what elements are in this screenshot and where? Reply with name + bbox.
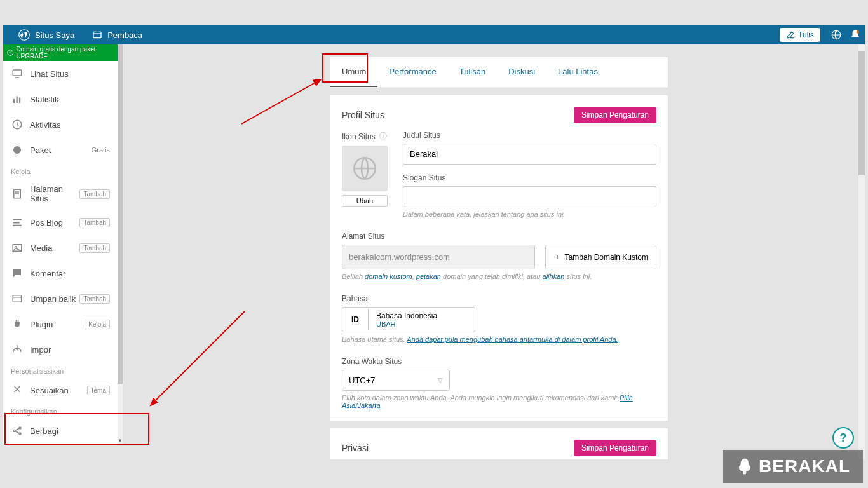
sidebar-item-comments[interactable]: Komentar <box>3 261 118 286</box>
svg-rect-16 <box>13 219 22 220</box>
svg-point-24 <box>19 433 21 435</box>
sidebar-item-label: Media <box>30 243 79 253</box>
plan-icon <box>11 144 24 156</box>
history-icon <box>11 118 24 131</box>
sidebar-item-media[interactable]: MediaTambah <box>3 235 118 261</box>
sidebar-item-stats[interactable]: Statistik <box>3 86 118 112</box>
privacy-heading: Privasi <box>342 443 574 453</box>
tab-performance[interactable]: Performance <box>377 57 447 87</box>
bell-icon <box>850 29 861 41</box>
main-content: Umum Performance Tulisan Diskusi Lalu Li… <box>124 44 865 459</box>
upgrade-banner[interactable]: Domain gratis dengan paket UPGRADE <box>3 44 118 61</box>
add-badge[interactable]: Tambah <box>79 243 110 253</box>
save-settings-button[interactable]: Simpan Pengaturan <box>574 107 656 123</box>
add-badge[interactable]: Tambah <box>79 218 110 227</box>
sidebar-item-feedback[interactable]: Umpan balikTambah <box>3 286 118 311</box>
sidebar-item-pages[interactable]: Halaman SitusTambah <box>3 178 118 210</box>
language-change-link[interactable]: UBAH <box>376 320 437 328</box>
sidebar-item-label: Komentar <box>30 269 110 278</box>
theme-badge[interactable]: Tema <box>87 386 110 395</box>
manage-badge[interactable]: Kelola <box>85 320 110 329</box>
scroll-down-icon[interactable]: ▼ <box>118 437 123 444</box>
plugin-icon <box>11 318 24 330</box>
language-hint: Bahasa utama situs. Anda dapat pula meng… <box>342 336 656 343</box>
info-icon[interactable]: ⓘ <box>379 131 387 142</box>
page-icon <box>11 187 24 200</box>
sidebar-item-label: Aktivitas <box>30 120 110 130</box>
timezone-select[interactable]: UTC+7▽ <box>342 370 450 391</box>
sidebar-item-label: Sesuaikan <box>30 386 87 395</box>
import-icon <box>11 343 24 356</box>
scrollbar-thumb[interactable] <box>118 44 123 384</box>
reader-icon <box>92 30 102 40</box>
svg-rect-21 <box>13 295 22 302</box>
address-label: Alamat Situs <box>342 232 656 241</box>
sidebar-scrollbar[interactable]: ▼ <box>118 44 123 444</box>
settings-tabs: Umum Performance Tulisan Diskusi Lalu Li… <box>330 57 668 88</box>
section-header-config: Konfigurasikan <box>3 403 118 418</box>
language-selector[interactable]: ID Bahasa IndonesiaUBAH <box>342 307 475 332</box>
scrollbar-thumb[interactable] <box>858 51 865 175</box>
globe-button[interactable] <box>827 29 846 41</box>
privacy-panel: Privasi Simpan Pengaturan Umum <box>330 428 668 459</box>
language-label: Bahasa <box>342 294 656 303</box>
feedback-icon <box>11 292 24 305</box>
sidebar-item-plugin[interactable]: PluginKelola <box>3 311 118 337</box>
profile-panel: Profil Situs Simpan Pengaturan Ikon Situ… <box>330 95 668 421</box>
top-bar: Situs Saya Pembaca Tulis <box>3 25 865 44</box>
domain-kustom-link[interactable]: domain kustom <box>365 273 412 280</box>
site-slogan-input[interactable] <box>403 186 656 207</box>
sidebar-item-label: Paket <box>30 146 92 155</box>
sidebar-item-label: Pos Blog <box>30 218 79 227</box>
monitor-icon <box>11 67 24 80</box>
notification-button[interactable] <box>846 29 865 41</box>
sidebar-item-label: Berbagi <box>30 426 110 436</box>
timezone-value: UTC+7 <box>349 376 376 385</box>
sidebar-item-plan[interactable]: PaketGratis <box>3 137 118 163</box>
share-icon <box>11 424 24 437</box>
svg-point-4 <box>857 30 860 34</box>
sidebar-item-posts[interactable]: Pos BlogTambah <box>3 210 118 235</box>
comment-icon <box>11 267 24 280</box>
alihkan-link[interactable]: alihkan <box>543 273 565 280</box>
sidebar-item-label: Plugin <box>30 320 85 329</box>
main-scrollbar[interactable] <box>858 44 865 459</box>
sidebar-item-activity[interactable]: Aktivitas <box>3 112 118 137</box>
tab-umum[interactable]: Umum <box>330 57 377 87</box>
tab-diskusi[interactable]: Diskusi <box>497 57 546 87</box>
sidebar-item-customize[interactable]: SesuaikanTema <box>3 377 118 403</box>
plan-badge: Gratis <box>92 146 110 154</box>
language-profile-link[interactable]: Anda dapat pula mengubah bahasa antarmuk… <box>407 336 618 343</box>
change-icon-button[interactable]: Ubah <box>342 195 388 207</box>
sidebar-item-label: Umpan balik <box>30 294 79 304</box>
sidebar-item-import[interactable]: Impor <box>3 337 118 362</box>
section-header-personal: Personalisasikan <box>3 362 118 377</box>
add-badge[interactable]: Tambah <box>79 294 110 304</box>
petakan-link[interactable]: petakan <box>416 273 441 280</box>
wordpress-icon <box>18 29 30 41</box>
svg-rect-1 <box>93 32 101 37</box>
sidebar: Domain gratis dengan paket UPGRADE Lihat… <box>3 44 118 444</box>
customize-icon <box>11 384 24 396</box>
svg-point-22 <box>13 430 15 432</box>
save-privacy-button[interactable]: Simpan Pengaturan <box>574 440 656 456</box>
sidebar-item-view-site[interactable]: Lihat Situs <box>3 61 118 86</box>
site-title-input[interactable] <box>403 144 656 165</box>
sidebar-item-label: Halaman Situs <box>30 184 79 203</box>
sidebar-item-share[interactable]: Berbagi <box>3 418 118 444</box>
reader-menu[interactable]: Pembaca <box>83 25 151 44</box>
tab-tulisan[interactable]: Tulisan <box>448 57 497 87</box>
my-site-menu[interactable]: Situs Saya <box>3 25 83 44</box>
add-custom-domain-button[interactable]: ＋Tambah Domain Kustom <box>545 245 656 269</box>
help-button[interactable]: ? <box>832 427 854 449</box>
timezone-label: Zona Waktu Situs <box>342 357 656 366</box>
site-address-input <box>342 245 535 269</box>
brain-icon <box>736 457 755 476</box>
tab-lalu-lintas[interactable]: Lalu Lintas <box>546 57 609 87</box>
svg-point-23 <box>19 427 21 429</box>
svg-rect-10 <box>19 98 20 103</box>
reader-label: Pembaca <box>107 30 142 40</box>
add-badge[interactable]: Tambah <box>79 189 110 199</box>
write-button[interactable]: Tulis <box>780 28 820 42</box>
watermark: BERAKAL <box>723 450 863 483</box>
